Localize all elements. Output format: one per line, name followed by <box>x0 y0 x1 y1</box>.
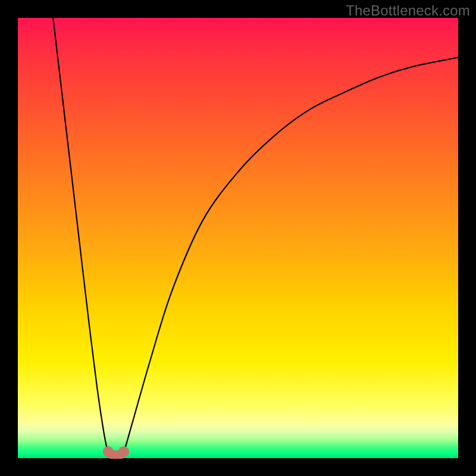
curve-svg <box>18 18 458 458</box>
watermark-text: TheBottleneck.com <box>346 2 470 19</box>
plot-area <box>18 18 458 458</box>
curve-left-branch <box>53 18 108 454</box>
marker-min-right <box>118 446 129 457</box>
curve-right-branch <box>124 58 458 454</box>
marker-min-left <box>103 446 114 457</box>
chart-frame: TheBottleneck.com <box>0 0 476 476</box>
